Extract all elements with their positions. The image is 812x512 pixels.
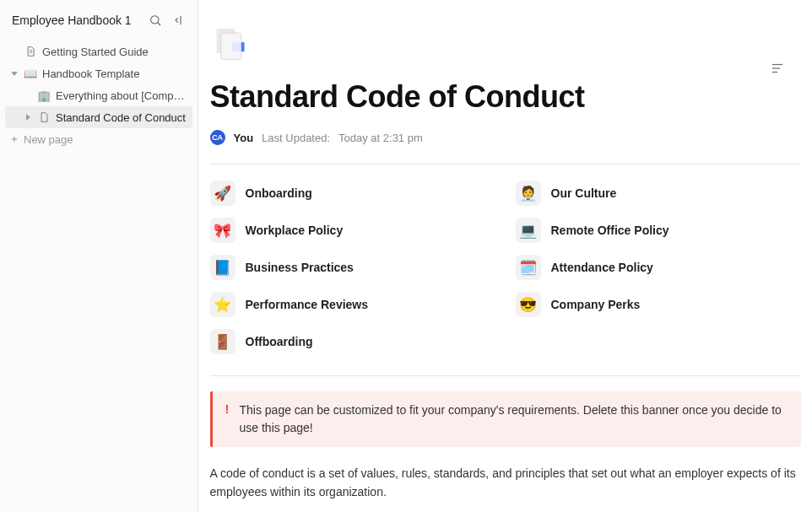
card-company-perks[interactable]: 😎 Company Perks xyxy=(516,291,801,318)
sidebar-header: Employee Handbook 1 xyxy=(0,7,198,35)
divider xyxy=(210,164,801,164)
card-performance-reviews[interactable]: ⭐ Performance Reviews xyxy=(210,291,495,318)
page-icon[interactable] xyxy=(210,24,251,64)
callout-text: This page can be customized to fit your … xyxy=(240,402,788,437)
chevron-right-icon[interactable] xyxy=(24,113,32,121)
svg-line-1 xyxy=(158,23,160,25)
rocket-icon: 🚀 xyxy=(210,181,235,206)
updated-label: Last Updated: xyxy=(262,132,330,144)
sidebar-item-label: Getting Started Guide xyxy=(42,46,149,58)
doc-icon xyxy=(37,110,51,124)
card-attendance-policy[interactable]: 🗓️ Attendance Policy xyxy=(516,254,801,281)
laptop-icon: 💻 xyxy=(516,218,541,243)
calendar-icon: 🗓️ xyxy=(516,255,541,280)
sidebar-item-getting-started[interactable]: Getting Started Guide xyxy=(5,40,192,62)
sidebar-item-code-of-conduct[interactable]: Standard Code of Conduct xyxy=(5,106,192,128)
card-label: Business Practices xyxy=(246,261,354,274)
svg-marker-6 xyxy=(26,115,30,120)
plus-icon xyxy=(10,135,19,143)
author-name: You xyxy=(234,132,254,144)
workspace-title: Employee Handbook 1 xyxy=(12,13,132,27)
updated-value: Today at 2:31 pm xyxy=(338,132,423,144)
chevron-down-icon[interactable] xyxy=(10,69,19,78)
book-icon: 📖 xyxy=(24,67,37,80)
svg-rect-15 xyxy=(241,42,244,51)
collapse-sidebar-icon[interactable] xyxy=(172,13,186,27)
page-title: Standard Code of Conduct xyxy=(210,79,801,115)
divider xyxy=(210,375,801,376)
card-label: Company Perks xyxy=(551,298,641,311)
doc-icon xyxy=(24,45,37,58)
sidebar-nav: Getting Started Guide 📖 Handbook Templat… xyxy=(0,35,198,155)
card-label: Performance Reviews xyxy=(246,298,369,311)
svg-marker-5 xyxy=(12,72,17,75)
office-icon: 🏢 xyxy=(37,89,51,102)
card-label: Attendance Policy xyxy=(551,261,653,274)
sunglasses-icon: 😎 xyxy=(516,292,541,317)
sidebar-header-actions xyxy=(149,13,186,27)
star-icon: ⭐ xyxy=(210,292,235,317)
card-label: Onboarding xyxy=(246,186,312,200)
card-label: Remote Office Policy xyxy=(551,224,669,237)
card-label: Offboarding xyxy=(246,335,313,348)
book-icon: 📘 xyxy=(210,255,235,280)
door-icon: 🚪 xyxy=(210,329,235,354)
callout-banner[interactable]: ! This page can be customized to fit you… xyxy=(210,391,801,447)
card-onboarding[interactable]: 🚀 Onboarding xyxy=(210,180,495,207)
card-remote-office-policy[interactable]: 💻 Remote Office Policy xyxy=(516,217,801,244)
avatar: CA xyxy=(210,130,225,145)
card-workplace-policy[interactable]: 🎀 Workplace Policy xyxy=(210,217,495,244)
card-our-culture[interactable]: 🧑‍💼 Our Culture xyxy=(516,180,801,207)
nav-cards: 🚀 Onboarding 🧑‍💼 Our Culture 🎀 Workplace… xyxy=(210,180,801,355)
card-label: Our Culture xyxy=(551,186,617,200)
card-label: Workplace Policy xyxy=(246,224,344,237)
search-icon[interactable] xyxy=(149,13,162,27)
sidebar: Employee Handbook 1 Getting Started Guid… xyxy=(0,0,198,512)
sidebar-item-label: Handbook Template xyxy=(42,67,139,80)
bow-icon: 🎀 xyxy=(210,218,235,243)
intro-paragraph: A code of conduct is a set of values, ru… xyxy=(210,464,801,502)
sidebar-item-label: New page xyxy=(24,133,73,146)
sidebar-item-label: Standard Code of Conduct xyxy=(56,111,186,124)
sidebar-item-label: Everything about [Company] xyxy=(56,89,187,102)
card-business-practices[interactable]: 📘 Business Practices xyxy=(210,254,495,281)
toc-toggle-icon[interactable] xyxy=(770,61,785,78)
svg-point-0 xyxy=(151,16,159,24)
exclaim-icon: ! xyxy=(220,402,230,437)
card-offboarding[interactable]: 🚪 Offboarding xyxy=(210,328,495,355)
person-icon: 🧑‍💼 xyxy=(516,181,541,206)
byline: CA You Last Updated: Today at 2:31 pm xyxy=(210,130,801,145)
sidebar-item-everything-about-company[interactable]: 🏢 Everything about [Company] xyxy=(5,84,192,106)
sidebar-item-handbook-template[interactable]: 📖 Handbook Template xyxy=(5,62,192,84)
sidebar-new-page[interactable]: New page xyxy=(5,128,192,150)
main-content: Standard Code of Conduct CA You Last Upd… xyxy=(198,0,812,512)
